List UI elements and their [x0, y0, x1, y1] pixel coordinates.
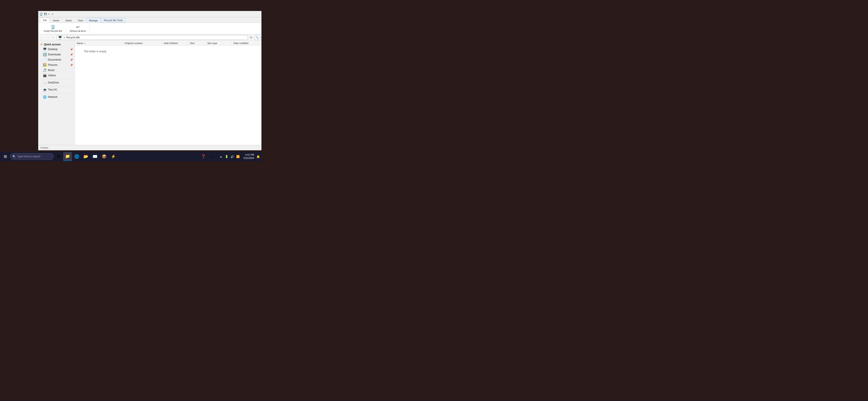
- dash-button[interactable]: —: [208, 152, 217, 161]
- nav-bar: ← → ↑ 🖥️ ► Recycle Bin ↻ 🔍: [38, 34, 261, 41]
- music-icon: 🎵: [43, 68, 46, 72]
- empty-recycle-bin-button[interactable]: 🗑️ Empty Recycle Bin: [42, 24, 64, 33]
- downloads-icon: ⬇️: [43, 53, 46, 56]
- dropbox-button[interactable]: 📦: [100, 152, 108, 161]
- restore-items-button[interactable]: ↩ Restore all items: [68, 24, 87, 33]
- empty-folder-message: This folder is empty.: [75, 45, 261, 145]
- col-header-deleted[interactable]: Date Deleted: [162, 41, 188, 45]
- help-button[interactable]: ❓: [199, 152, 208, 161]
- col-type-label: Item type: [208, 42, 217, 44]
- task-view-button[interactable]: ⧉: [54, 152, 63, 161]
- col-header-size[interactable]: Size: [188, 41, 206, 45]
- sidebar-divider-2: [40, 86, 73, 86]
- system-tray: ▲ 🔋 🔊 📶: [217, 154, 242, 159]
- col-modified-label: Date modified: [234, 42, 248, 44]
- edge-button[interactable]: 🌐: [72, 152, 81, 161]
- col-header-modified[interactable]: Date modified: [232, 41, 258, 45]
- quick-access-toolbar-save[interactable]: 💾: [44, 13, 47, 16]
- quick-access-label: Quick access: [44, 43, 61, 46]
- col-header-original[interactable]: Original Location: [123, 41, 162, 45]
- taskbar-search[interactable]: 🔍 Type here to search: [10, 153, 54, 160]
- quick-access-header[interactable]: ★ Quick access: [38, 42, 75, 47]
- status-bar: 0 items ≡ ⊞: [38, 145, 261, 150]
- folder-icon: 🖥️: [58, 36, 62, 39]
- tray-speaker[interactable]: 🔊: [230, 154, 235, 159]
- search-box[interactable]: 🔍: [254, 35, 261, 40]
- mail-icon: ✉️: [93, 154, 97, 159]
- start-button[interactable]: ⊞: [1, 152, 9, 161]
- content-area: Name ▲ Original Location Date Deleted Si…: [75, 41, 261, 145]
- taskbar: ⊞ 🔍 Type here to search ⧉ 📁 🌐 📂 ✉️ 📦 ⚡ ❓…: [0, 152, 261, 161]
- sort-arrow-name: ▲: [84, 42, 86, 44]
- files-icon: 📂: [84, 154, 88, 159]
- tray-network[interactable]: 🔋: [224, 154, 229, 159]
- search-input[interactable]: [260, 36, 261, 39]
- empty-text: This folder is empty.: [84, 50, 107, 53]
- empty-bin-icon: 🗑️: [51, 25, 55, 29]
- sidebar-item-network[interactable]: 🌐 Network: [38, 94, 75, 100]
- app5-button[interactable]: ⚡: [109, 152, 118, 161]
- forward-button[interactable]: →: [45, 35, 50, 40]
- tab-manage[interactable]: Manage: [86, 18, 101, 23]
- sidebar-divider-1: [40, 79, 73, 79]
- sidebar-item-thispc[interactable]: 💻 This PC: [38, 87, 75, 92]
- title-bar-icon: 🗑️: [39, 12, 43, 16]
- tab-home[interactable]: Home: [50, 18, 62, 23]
- title-bar: 🗑️ 💾 ↩ ▾ ‒ □ ✕: [38, 11, 261, 17]
- pictures-icon: 🖼️: [43, 63, 46, 67]
- ribbon-section-manage: 🗑️ Empty Recycle Bin: [40, 24, 66, 33]
- tab-view[interactable]: View: [75, 18, 86, 23]
- sidebar-item-desktop[interactable]: 🖥️ Desktop 📌: [38, 47, 75, 52]
- tab-recycle-bin-tools[interactable]: Recycle Bin Tools: [101, 18, 126, 23]
- back-button[interactable]: ←: [40, 35, 44, 40]
- dropbox-icon: 📦: [102, 154, 106, 159]
- taskbar-search-icon: 🔍: [12, 155, 16, 158]
- quick-access-toolbar-dropdown[interactable]: ▾: [51, 13, 54, 16]
- pin-icon-pictures: 📌: [70, 64, 73, 66]
- tray-expand[interactable]: ▲: [219, 154, 223, 159]
- sidebar-item-documents[interactable]: 📄 Documents 📌: [38, 57, 75, 62]
- taskbar-search-placeholder: Type here to search: [17, 155, 40, 158]
- edge-icon: 🌐: [74, 154, 79, 159]
- taskbar-clock[interactable]: 4:41 PM 2/22/2024: [242, 153, 255, 160]
- clock-date: 2/22/2024: [243, 156, 254, 160]
- breadcrumb-label: Recycle Bin: [66, 36, 80, 39]
- col-deleted-label: Date Deleted: [164, 42, 178, 44]
- sidebar-item-music[interactable]: 🎵 Music: [38, 67, 75, 73]
- up-button[interactable]: ↑: [51, 35, 56, 40]
- sidebar-item-videos[interactable]: 🎬 Videos: [38, 73, 75, 78]
- mail-button[interactable]: ✉️: [91, 152, 99, 161]
- ribbon-tabs: File Home Share View Manage Recycle Bin …: [38, 17, 261, 23]
- tab-file[interactable]: File: [40, 18, 50, 23]
- file-explorer-icon: 📁: [65, 154, 70, 159]
- refresh-button[interactable]: ↻: [249, 35, 254, 40]
- sidebar-onedrive-label: OneDrive: [48, 81, 59, 84]
- sidebar-item-downloads[interactable]: ⬇️ Downloads 📌: [38, 52, 75, 57]
- videos-icon: 🎬: [43, 74, 46, 77]
- ribbon-content: 🗑️ Empty Recycle Bin ↩ Restore all items: [38, 23, 261, 34]
- sidebar-item-pictures[interactable]: 🖼️ Pictures 📌: [38, 62, 75, 67]
- explorer-window: 🗑️ 💾 ↩ ▾ ‒ □ ✕ File Home Share View Mana…: [38, 11, 261, 150]
- col-header-name[interactable]: Name ▲: [75, 41, 123, 45]
- sidebar: ★ Quick access 🖥️ Desktop 📌 ⬇️ Downloads…: [38, 41, 75, 145]
- dash-icon: —: [211, 154, 214, 159]
- sidebar-desktop-label: Desktop: [48, 48, 58, 51]
- files-button[interactable]: 📂: [82, 152, 90, 161]
- quick-access-toolbar-undo[interactable]: ↩: [47, 13, 50, 16]
- thispc-icon: 💻: [43, 88, 46, 92]
- breadcrumb[interactable]: 🖥️ ► Recycle Bin: [57, 35, 248, 40]
- network-icon: 🌐: [43, 95, 46, 99]
- sidebar-item-onedrive[interactable]: ☁️ OneDrive: [38, 80, 75, 85]
- title-bar-controls: 💾 ↩ ▾: [44, 13, 54, 16]
- start-icon: ⊞: [4, 154, 7, 159]
- file-explorer-taskbar-button[interactable]: 📁: [63, 152, 72, 161]
- tray-wifi[interactable]: 📶: [236, 154, 240, 159]
- sidebar-pictures-label: Pictures: [48, 63, 57, 66]
- col-name-label: Name: [77, 42, 83, 44]
- tab-share[interactable]: Share: [63, 18, 74, 23]
- col-size-label: Size: [190, 42, 194, 44]
- restore-label: Restore all items: [70, 30, 86, 32]
- col-header-type[interactable]: Item type: [206, 41, 232, 45]
- app5-icon: ⚡: [111, 154, 116, 159]
- notification-button[interactable]: 🔔: [256, 154, 260, 159]
